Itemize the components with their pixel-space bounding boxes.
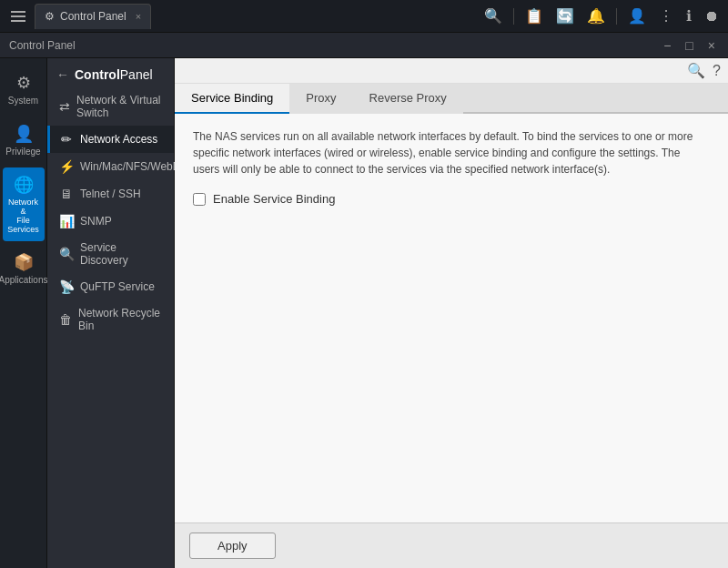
network-access-icon: ✏ [59, 132, 74, 147]
quftp-icon: 📡 [59, 279, 74, 294]
tab-service-binding[interactable]: Service Binding [175, 84, 289, 114]
sidebar-item-privilege[interactable]: 👤 Privilege [3, 117, 45, 164]
enable-service-binding-checkbox[interactable] [193, 193, 206, 206]
sidebar-item-network-file-services[interactable]: 🌐 Network &File Services [3, 167, 45, 241]
nav-item-network-virtual-switch[interactable]: ⇄ Network & Virtual Switch [47, 87, 174, 126]
network-label: Network &File Services [6, 198, 41, 234]
nav-item-snmp[interactable]: 📊 SNMP [47, 208, 174, 235]
nav-item-network-recycle-bin[interactable]: 🗑 Network Recycle Bin [47, 300, 174, 339]
privilege-icon: 👤 [14, 124, 34, 144]
network-virtual-switch-icon: ⇄ [59, 99, 70, 114]
telnet-ssh-icon: 🖥 [59, 187, 74, 201]
tab-proxy[interactable]: Proxy [289, 84, 352, 114]
control-panel-tab[interactable]: ⚙ Control Panel × [35, 4, 151, 29]
tab-gear-icon: ⚙ [45, 10, 55, 23]
nav-label-network-access: Network Access [80, 133, 157, 146]
system-icon: ⚙ [16, 73, 31, 93]
nav-item-network-access[interactable]: ✏ Network Access [47, 126, 174, 153]
taskbar-right-icons: 🔍 📋 🔄 🔔 👤 ⋮ ℹ ⏺ [482, 5, 721, 26]
network-icon: 🌐 [14, 175, 34, 195]
tab-bar: Service Binding Proxy Reverse Proxy [175, 84, 728, 114]
content-area: 🔍 ? Service Binding Proxy Reverse Proxy … [175, 58, 728, 568]
main-layout: ⚙ System 👤 Privilege 🌐 Network &File Ser… [0, 58, 728, 568]
snmp-icon: 📊 [59, 214, 74, 228]
separator-1 [513, 8, 514, 25]
window-title: Control Panel [9, 39, 660, 52]
content-help-icon[interactable]: ? [713, 63, 721, 79]
file-manager-icon[interactable]: 📋 [523, 5, 545, 26]
nav-panel: ← ControlPanel ⇄ Network & Virtual Switc… [47, 58, 175, 568]
back-arrow-icon: ← [56, 67, 69, 82]
search-icon[interactable]: 🔍 [482, 5, 504, 26]
nav-title: ControlPanel [75, 67, 153, 82]
info-icon[interactable]: ℹ [684, 5, 693, 26]
nav-item-quftp[interactable]: 📡 QuFTP Service [47, 273, 174, 300]
taskbar: ⚙ Control Panel × 🔍 📋 🔄 🔔 👤 ⋮ ℹ ⏺ [0, 0, 728, 33]
sync-icon[interactable]: 🔄 [554, 5, 576, 26]
window-controls: − □ × [660, 36, 719, 55]
content-header: 🔍 ? [175, 58, 728, 84]
tab-reverse-proxy[interactable]: Reverse Proxy [353, 84, 463, 114]
nav-item-win-mac-nfs[interactable]: ⚡ Win/Mac/NFS/WebDAV [47, 153, 174, 180]
hamburger-menu-icon[interactable] [7, 7, 29, 25]
power-icon[interactable]: ⏺ [703, 6, 721, 26]
nav-label-telnet-ssh: Telnet / SSH [80, 188, 141, 200]
tab-label: Control Panel [60, 10, 126, 23]
content-body: The NAS services run on all available ne… [175, 114, 728, 522]
enable-service-binding-row: Enable Service Binding [193, 192, 710, 206]
nav-item-telnet-ssh[interactable]: 🖥 Telnet / SSH [47, 180, 174, 208]
system-label: System [8, 96, 38, 106]
tab-close-button[interactable]: × [136, 11, 141, 22]
nav-item-service-discovery[interactable]: 🔍 Service Discovery [47, 235, 174, 273]
content-search-icon[interactable]: 🔍 [687, 62, 705, 79]
recycle-bin-icon: 🗑 [59, 312, 72, 327]
applications-label: Applications [0, 275, 47, 285]
more-icon[interactable]: ⋮ [657, 5, 675, 26]
apply-button[interactable]: Apply [189, 532, 276, 559]
content-footer: Apply [175, 522, 728, 568]
service-discovery-icon: 🔍 [59, 247, 74, 261]
nav-label-quftp: QuFTP Service [80, 280, 155, 293]
sidebar-item-applications[interactable]: 📦 Applications [3, 245, 45, 292]
privilege-label: Privilege [5, 147, 40, 157]
sidebar-item-system[interactable]: ⚙ System [3, 66, 45, 113]
nav-label-recycle-bin: Network Recycle Bin [78, 307, 165, 332]
service-binding-description: The NAS services run on all available ne… [193, 128, 710, 178]
win-mac-nfs-icon: ⚡ [59, 159, 74, 174]
separator-2 [616, 8, 617, 25]
nav-back-button[interactable]: ← ControlPanel [47, 62, 174, 87]
applications-icon: 📦 [14, 252, 34, 272]
sidebar-icons: ⚙ System 👤 Privilege 🌐 Network &File Ser… [0, 58, 47, 568]
nav-label-network-virtual-switch: Network & Virtual Switch [76, 94, 165, 119]
nav-label-service-discovery: Service Discovery [80, 241, 165, 267]
notification-icon[interactable]: 🔔 [585, 5, 607, 26]
maximize-button[interactable]: □ [682, 36, 696, 55]
user-icon[interactable]: 👤 [626, 5, 648, 26]
close-button[interactable]: × [704, 36, 719, 55]
enable-service-binding-label[interactable]: Enable Service Binding [213, 192, 335, 206]
window-titlebar: Control Panel − □ × [0, 33, 728, 58]
minimize-button[interactable]: − [660, 36, 674, 55]
nav-label-snmp: SNMP [80, 215, 112, 228]
